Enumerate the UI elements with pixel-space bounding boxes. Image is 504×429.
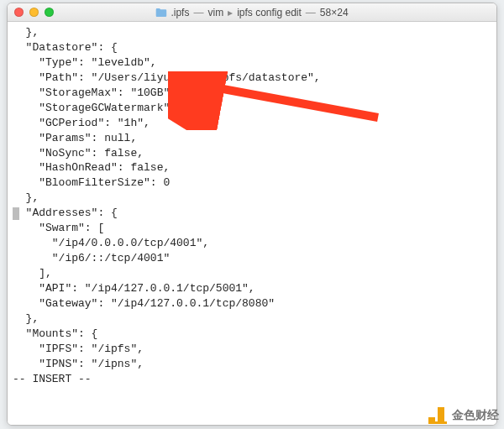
- title-sep1: —: [193, 7, 203, 18]
- watermark-logo-icon: [428, 407, 447, 424]
- title-size: 58×24: [320, 7, 349, 18]
- svg-rect-2: [428, 417, 435, 424]
- cursor: [13, 207, 19, 220]
- title-doc: ipfs config edit: [237, 7, 302, 18]
- terminal-body[interactable]: }, "Datastore": { "Type": "leveldb", "Pa…: [8, 22, 496, 425]
- title-folder: .ipfs: [171, 7, 189, 18]
- minimize-icon[interactable]: [29, 8, 39, 17]
- close-icon[interactable]: [14, 8, 24, 17]
- watermark: 金色财经: [428, 407, 499, 424]
- svg-rect-3: [438, 407, 444, 421]
- title-app: vim: [207, 7, 223, 18]
- window-title: .ipfs — vim ▸ ipfs config edit — 58×24: [155, 7, 348, 18]
- window-controls: [14, 8, 54, 17]
- svg-rect-4: [435, 421, 447, 424]
- code-block: }, "Datastore": { "Type": "leveldb", "Pa…: [13, 25, 491, 387]
- folder-icon: [155, 8, 166, 17]
- title-sep2: —: [306, 7, 316, 18]
- titlebar[interactable]: .ipfs — vim ▸ ipfs config edit — 58×24: [8, 3, 496, 22]
- zoom-icon[interactable]: [45, 8, 54, 17]
- terminal-window: .ipfs — vim ▸ ipfs config edit — 58×24 }…: [7, 3, 497, 426]
- watermark-text: 金色财经: [452, 408, 499, 423]
- title-bullet: ▸: [228, 7, 233, 18]
